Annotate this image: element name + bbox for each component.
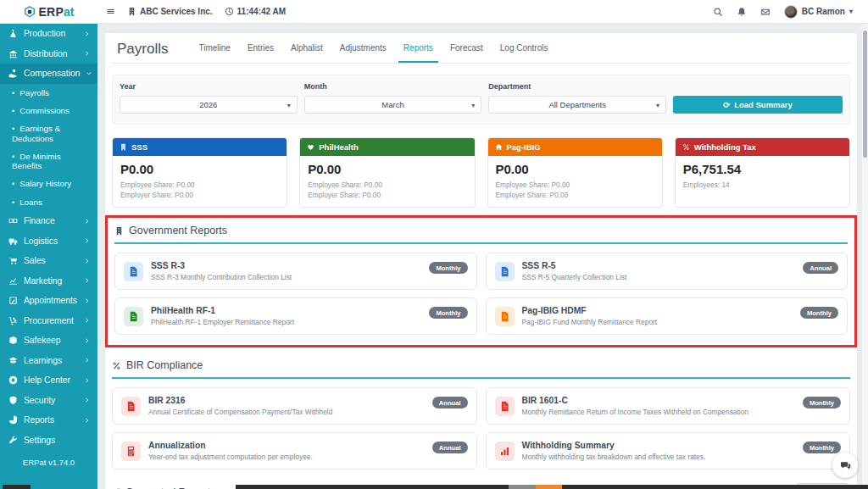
bullet-icon: • <box>12 107 14 115</box>
sidebar-item-logistics[interactable]: Logistics <box>0 231 97 252</box>
sidebar-item-help-center[interactable]: Help Center <box>0 370 97 391</box>
frequency-badge: Monthly <box>803 442 841 453</box>
summary-cards-row: SSSP0.00Employee Share: P0.00Employer Sh… <box>112 137 850 208</box>
search-icon[interactable] <box>713 7 723 17</box>
chat-fab-button[interactable] <box>832 453 858 478</box>
sidebar-subitem-commissions[interactable]: •Commissions <box>0 102 97 119</box>
sidebar-item-settings[interactable]: Settings <box>0 431 97 451</box>
user-name: BC Ramon <box>802 7 845 16</box>
bullet-icon: • <box>12 180 14 188</box>
sidebar-item-finance[interactable]: Finance <box>0 211 97 231</box>
month-select[interactable]: March▾ <box>304 96 482 114</box>
sidebar-item-learnings[interactable]: Learnings <box>0 351 97 371</box>
report-card-bir-1601-c[interactable]: BIR 1601-CMonthly Remittance Return of I… <box>486 387 851 425</box>
report-card-title: PhilHealth RF-1 <box>151 306 424 315</box>
chevron-right-icon <box>84 397 91 403</box>
sidebar-item-reports[interactable]: Reports <box>0 410 97 431</box>
report-card-icon-box <box>495 397 515 416</box>
clock-icon <box>225 7 234 16</box>
report-card-philhealth-rf-1[interactable]: PhilHealth RF-1PhilHealth RF-1 Employer … <box>114 297 477 335</box>
sidebar-toggle-icon[interactable] <box>106 7 115 16</box>
sidebar-item-label: Production <box>24 29 78 38</box>
year-select[interactable]: 2026▾ <box>120 96 298 114</box>
video-progress-buffer <box>509 485 536 489</box>
report-card-description: SSS R-5 Quarterly Collection List <box>522 273 795 282</box>
sidebar-item-procurement[interactable]: Procurement <box>0 311 97 331</box>
chevron-down-icon: ▾ <box>471 102 475 109</box>
sidebar-item-label: Reports <box>24 415 78 425</box>
sidebar-item-marketing[interactable]: Marketing <box>0 271 97 292</box>
tab-log-controls[interactable]: Log Controls <box>492 35 557 63</box>
chat-icon <box>840 460 851 471</box>
report-card-sss-r-3[interactable]: SSS R-3SSS R-3 Monthly Contribution Coll… <box>114 253 477 290</box>
percent-icon <box>112 361 121 370</box>
bank-icon <box>8 49 18 58</box>
scrollbar-thumb[interactable] <box>863 31 867 158</box>
report-card-icon-box <box>121 397 141 416</box>
tab-timeline[interactable]: Timeline <box>190 35 238 63</box>
tab-reports[interactable]: Reports <box>395 35 442 63</box>
summary-card-detail: Employer Share: P0.00 <box>308 190 466 200</box>
summary-card-value: P0.00 <box>308 162 466 176</box>
sidebar-item-distribution[interactable]: Distribution <box>0 44 97 64</box>
frequency-badge: Annual <box>803 262 838 274</box>
report-card-annualization[interactable]: AnnualizationYear-end tax adjustment com… <box>112 432 477 470</box>
topbar: ERPat ABC Services Inc. 11:44:42 AM BC R… <box>0 0 868 24</box>
bir-compliance-section: BIR Compliance BIR 2316Annual Certificat… <box>112 359 850 470</box>
sidebar-item-label: Help Center <box>24 375 78 385</box>
report-card-text: BIR 1601-CMonthly Remittance Return of I… <box>522 396 842 417</box>
report-card-title: BIR 1601-C <box>522 396 798 405</box>
section-divider <box>112 377 850 379</box>
sidebar-item-production[interactable]: Production <box>0 24 97 44</box>
report-card-withholding-summary[interactable]: Withholding SummaryMonthly withholding t… <box>486 432 851 470</box>
vertical-scrollbar[interactable] <box>862 24 868 489</box>
sidebar-item-sales[interactable]: Sales <box>0 251 97 271</box>
sidebar-item-safekeep[interactable]: Safekeep <box>0 331 97 351</box>
calc-icon <box>125 446 136 457</box>
government-reports-header: Government Reports <box>114 225 848 236</box>
life-ring-icon <box>8 375 18 385</box>
sidebar-subitem-payrolls[interactable]: •Payrolls <box>0 84 97 102</box>
report-card-sss-r-5[interactable]: SSS R-5SSS R-5 Quarterly Collection List… <box>486 253 849 290</box>
department-select[interactable]: All Departments▾ <box>488 96 666 114</box>
report-card-icon-box <box>124 307 143 326</box>
summary-card-body: P6,751.54Employees: 14 <box>676 156 849 197</box>
sidebar-subitem-salary-history[interactable]: •Salary History <box>0 175 97 192</box>
report-card-text: AnnualizationYear-end tax adjustment com… <box>148 441 468 462</box>
month-label: Month <box>304 82 482 91</box>
summary-card-title: SSS <box>131 142 147 152</box>
content-card: Payrolls TimelineEntriesAlphalistAdjustm… <box>104 32 858 489</box>
report-card-icon-box <box>121 442 141 461</box>
bullet-icon: • <box>12 89 14 97</box>
chevron-right-icon <box>84 377 91 384</box>
sidebar-item-security[interactable]: Security <box>0 391 97 411</box>
report-card-icon-box <box>495 262 515 281</box>
sidebar-subitem-earnings-deductions[interactable]: •Earnings & Deductions <box>0 119 97 147</box>
sidebar-subitem-loans[interactable]: •Loans <box>0 193 97 211</box>
bullet-icon: • <box>12 153 14 161</box>
load-summary-button[interactable]: ⟳Load Summary <box>673 96 843 114</box>
tab-forecast[interactable]: Forecast <box>442 35 492 63</box>
user-menu[interactable]: BC Ramon ▾ <box>784 5 853 19</box>
messages-envelope-icon[interactable] <box>760 7 771 17</box>
sidebar-item-compensation[interactable]: Compensation <box>0 64 97 84</box>
section-divider <box>114 242 848 244</box>
notifications-bell-icon[interactable] <box>737 7 747 17</box>
report-card-pag-ibig-hdmf[interactable]: Pag-IBIG HDMFPag-IBIG Fund Monthly Remit… <box>486 297 849 335</box>
report-card-bir-2316[interactable]: BIR 2316Annual Certificate of Compensati… <box>112 387 477 425</box>
tab-entries[interactable]: Entries <box>239 35 282 63</box>
report-card-icon-box <box>124 262 143 281</box>
sidebar-item-appointments[interactable]: Appointments <box>0 291 97 311</box>
tab-adjustments[interactable]: Adjustments <box>331 35 395 63</box>
building-icon <box>114 226 124 236</box>
report-card-title: BIR 2316 <box>148 396 424 405</box>
logo-cube-icon <box>24 6 36 18</box>
sidebar-item-label: Sales <box>24 256 78 265</box>
summary-card-sss: SSSP0.00Employee Share: P0.00Employer Sh… <box>112 137 287 208</box>
summary-card-value: P0.00 <box>120 162 279 176</box>
tab-alphalist[interactable]: Alphalist <box>282 35 331 63</box>
company-selector[interactable]: ABC Services Inc. <box>127 7 213 16</box>
company-name: ABC Services Inc. <box>140 7 213 16</box>
sidebar-subitem-de-minimis-benefits[interactable]: •De Minimis Benefits <box>0 147 97 175</box>
logo-text-erp: ERP <box>39 5 64 19</box>
